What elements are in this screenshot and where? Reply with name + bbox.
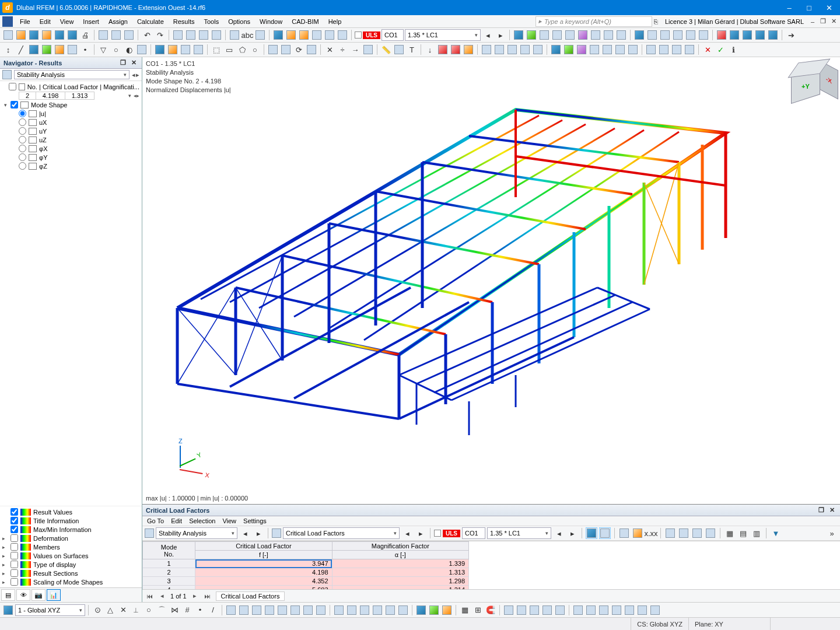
display-option-result-values[interactable]: Result Values [2,508,139,516]
guide-1-icon[interactable] [503,604,514,616]
minimize-button[interactable]: – [779,0,799,15]
pager-first-icon[interactable]: ⏮ [145,593,154,600]
grid-icon[interactable] [172,29,184,41]
res-prev1-icon[interactable]: ◂ [239,527,251,539]
menu-insert[interactable]: Insert [78,17,104,26]
delete-icon[interactable]: ✕ [702,44,713,55]
table-row[interactable]: 34.3521.298 [143,577,469,586]
track-4-icon[interactable] [372,604,383,616]
print-icon[interactable]: 🖨 [79,29,91,41]
res-view4-icon[interactable] [705,527,716,539]
results-goto[interactable]: Go To [147,517,164,524]
misc-4-icon[interactable] [611,604,622,616]
snap-near-icon[interactable]: ⋈ [169,604,180,616]
select-rect-icon[interactable]: ▭ [223,44,235,55]
text-icon[interactable]: T [406,44,418,55]
res-combo-co[interactable]: CO1 [462,527,485,539]
gen-1-icon[interactable] [481,44,492,55]
chevron-right-icon[interactable]: ▸ [2,570,8,576]
table-row[interactable]: 13.9471.339 [143,559,469,568]
select-poly-icon[interactable]: ⬠ [236,44,248,55]
ucs-icon[interactable] [2,604,14,616]
find-icon[interactable] [716,29,727,41]
menu-window[interactable]: Window [255,17,287,26]
res-layout3-icon[interactable]: ▥ [751,527,762,539]
support-icon[interactable]: ▽ [97,44,109,55]
res-prev3-icon[interactable]: ◂ [553,527,565,539]
render-wire-icon[interactable] [185,29,197,41]
extend-icon[interactable]: → [349,44,361,55]
opening-icon[interactable] [66,44,78,55]
display-option-max-min-information[interactable]: Max/Min Information [2,525,139,534]
res-more-icon[interactable]: » [826,527,838,539]
mode-shape-radio[interactable] [19,127,26,135]
analysis-combo[interactable]: Stability Analysis▾ [14,70,130,79]
model-viewport[interactable]: CO1 - 1.35 * LC1 Stability Analysis Mode… [142,57,840,504]
expander-icon[interactable]: ▾ [2,102,8,108]
mode-shape-radio[interactable] [19,153,26,161]
vis-5-icon[interactable] [601,44,613,55]
mode-shape-uZ[interactable]: uZ [2,135,139,144]
rotate-icon[interactable]: ⟳ [293,44,304,55]
res-next2-icon[interactable]: ▸ [415,527,426,539]
option-check[interactable] [10,517,18,524]
menu-view[interactable]: View [55,17,79,26]
pager-next-icon[interactable]: ▸ [190,592,200,600]
maximize-button[interactable]: □ [799,0,819,15]
dim2-icon[interactable] [393,44,405,55]
snap2-7-icon[interactable] [302,604,314,616]
box-4-icon[interactable] [767,29,779,41]
copy-icon[interactable] [267,44,279,55]
snap-cen-icon[interactable]: ○ [143,604,155,616]
result-table-icon[interactable] [590,29,601,41]
snap2-2-icon[interactable] [238,604,250,616]
pager-prev-icon[interactable]: ◂ [158,592,167,600]
snap-grid-icon[interactable]: # [181,604,193,616]
solid-icon[interactable] [54,44,65,55]
display-option-title-information[interactable]: Title Information [2,516,139,525]
scale-icon[interactable] [306,44,317,55]
plane-xz-icon[interactable] [441,604,453,616]
guide-5-icon[interactable] [554,604,566,616]
res-edit3-icon[interactable]: x.xx [645,527,657,539]
hide-icon[interactable] [658,44,670,55]
chevron-right-icon[interactable]: ▸ [2,544,8,550]
misc-3-icon[interactable] [598,604,610,616]
surface-icon[interactable] [41,44,52,55]
info-icon[interactable]: ℹ [727,44,739,55]
res-prev2-icon[interactable]: ◂ [401,527,413,539]
intersect-icon[interactable]: ✕ [324,44,335,55]
calc-icon[interactable] [285,29,297,41]
tree-mode-shape[interactable]: ▾ Mode Shape [2,100,139,109]
mode-shape-radio[interactable] [19,110,26,117]
design-5-icon[interactable] [685,29,696,41]
mode-shape-check[interactable] [10,101,18,108]
save-all-icon[interactable] [66,29,78,41]
option-check[interactable] [10,561,18,568]
new-file-icon[interactable] [2,29,14,41]
res-combo-analysis[interactable]: Stability Analysis▾ [156,527,237,539]
design-1-icon[interactable] [634,29,645,41]
nav-prev-icon[interactable]: ◂ [132,71,135,79]
tree-value-row[interactable]: 2 4.198 1.313 ▾ ◂ ▸ [2,91,139,100]
res-layout2-icon[interactable]: ▤ [737,527,749,539]
snap-tan-icon[interactable]: ⌒ [156,604,167,616]
option-check[interactable] [10,552,18,559]
mode-shape-φX[interactable]: φX [2,144,139,153]
mode-shape-uY[interactable]: uY [2,127,139,135]
cloud-icon[interactable] [28,29,40,41]
material-icon[interactable] [167,44,178,55]
select-circle-icon[interactable]: ○ [249,44,261,55]
pager-last-icon[interactable]: ⏭ [203,593,212,600]
res-combo-table[interactable]: Critical Load Factors▾ [283,527,400,539]
display-option-scaling-of-mode-shapes[interactable]: ▸ Scaling of Mode Shapes [2,578,139,586]
mode-shape-radio[interactable] [19,162,26,170]
menu-edit[interactable]: Edit [35,17,55,26]
plane-yz-icon[interactable] [428,604,440,616]
close-button[interactable]: ✕ [819,0,839,15]
select-icon[interactable]: ⬚ [211,44,222,55]
navigator-float-icon[interactable]: ❐ [118,59,128,66]
display-option-values-on-surfaces[interactable]: ▸ Values on Surfaces [2,551,139,560]
gen-5-icon[interactable] [532,44,544,55]
node-icon[interactable]: • [79,44,91,55]
